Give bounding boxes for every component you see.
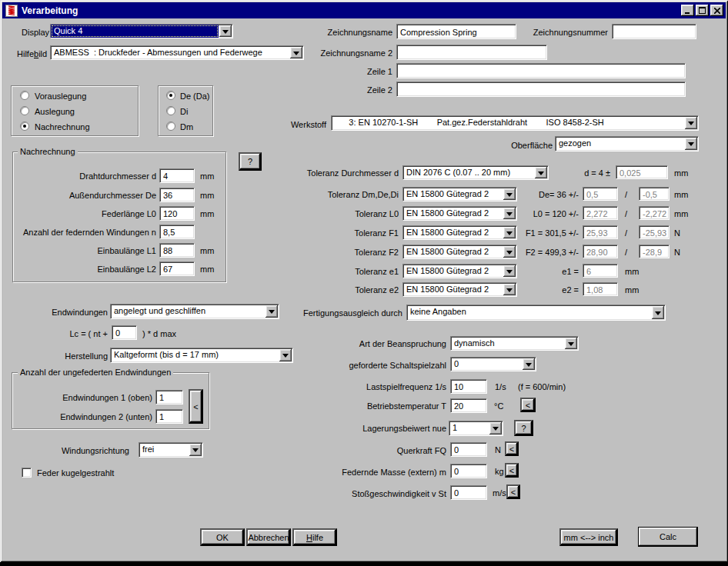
radio-dm[interactable] <box>166 122 175 131</box>
endwindungen-combobox[interactable]: angelegt und geschliffen <box>110 304 279 319</box>
radio-di[interactable] <box>166 106 175 115</box>
chevron-down-icon[interactable] <box>565 338 577 349</box>
stossgeschwindigkeit-label: Stoßgeschwindigkeit v St <box>331 489 446 499</box>
herstellung-combobox[interactable]: Kaltgeformt (bis d = 17 mm) <box>110 348 293 363</box>
toleranz-e2-combobox[interactable]: EN 15800 Gütegrad 2 <box>402 282 517 297</box>
radio-nachrechnung[interactable] <box>20 122 29 131</box>
stossgeschwindigkeit-detail-button[interactable]: < <box>506 484 520 499</box>
chevron-down-icon[interactable] <box>279 349 292 361</box>
oberflaeche-value: gezogen <box>556 137 684 151</box>
stossgeschwindigkeit-field[interactable] <box>450 485 487 500</box>
lastspielfrequenz-field[interactable] <box>450 379 487 394</box>
werkstoff-combobox[interactable]: 3: EN 10270-1-SH Pat.gez.Federstahldraht… <box>331 115 699 131</box>
zeichnungsname-field[interactable] <box>396 24 516 39</box>
zeichnungsname2-field[interactable] <box>396 45 547 60</box>
fertigungsausgleich-combobox[interactable]: keine Angaben <box>406 305 666 321</box>
schaltspielzahl-combobox[interactable]: 0 <box>450 357 536 371</box>
einbaulaenge1-field[interactable] <box>159 243 195 258</box>
toleranz-dm-minus-field <box>639 187 670 201</box>
federlaenge-field[interactable] <box>159 206 195 221</box>
radio-de-da[interactable] <box>166 91 175 100</box>
cancel-button[interactable]: Abbrechen <box>246 528 291 546</box>
hilfe-button[interactable]: Hilfe <box>292 528 337 546</box>
chevron-down-icon[interactable] <box>685 138 697 150</box>
toleranz-f1-plus-field <box>583 225 618 239</box>
toleranz-d-prefix: d = 4 ± <box>539 168 610 178</box>
toleranz-d-combobox[interactable]: DIN 2076 C (0.07 .. 20 mm) <box>402 165 549 180</box>
einbaulaenge2-field[interactable] <box>159 261 195 276</box>
lagerungsbeiwert-label: Lagerungsbeiwert nue <box>331 424 446 434</box>
masse-field[interactable] <box>450 464 487 478</box>
close-icon[interactable] <box>710 5 723 16</box>
display-label: Display <box>22 28 49 38</box>
radio-auslegung[interactable] <box>20 106 29 115</box>
lastspielfrequenz-unit: 1/s <box>495 382 506 392</box>
radio-nachrechnung-label: Nachrechnung <box>35 122 90 132</box>
toleranz-e2-prefix: e2 = <box>508 285 579 295</box>
aussendurchmesser-label: Außendurchmesser De <box>18 191 156 201</box>
hilfebild-value: ABMESS : Druckfeder - Abmessungen und Fe… <box>51 46 289 59</box>
zeile2-label: Zeile 2 <box>323 85 392 95</box>
minimize-icon[interactable] <box>681 5 694 16</box>
hilfebild-combobox[interactable]: ABMESS : Druckfeder - Abmessungen und Fe… <box>50 45 304 60</box>
display-combobox[interactable]: Quick 4 <box>50 24 233 38</box>
endwindungen-group-title: Anzahl der ungefederten Endwindungen <box>18 368 173 378</box>
endwindungen2-field[interactable] <box>155 409 183 424</box>
toleranz-e2-field <box>583 282 618 296</box>
kugelgestrahlt-label: Feder kugelgestrahlt <box>37 468 114 478</box>
beanspruchung-label: Art der Beanspruchung <box>331 339 446 349</box>
toleranz-l0-label: Toleranz L0 <box>292 209 399 219</box>
windungsrichtung-combobox[interactable]: frei <box>139 442 203 458</box>
masse-label: Federnde Masse (extern) m <box>331 468 446 478</box>
querkraft-detail-button[interactable]: < <box>505 441 519 456</box>
zeile1-field[interactable] <box>396 63 686 78</box>
betriebstemperatur-label: Betriebstemperatur T <box>331 401 446 411</box>
masse-detail-button[interactable]: < <box>505 463 519 478</box>
endwindungen-copy-button[interactable]: < <box>189 389 203 424</box>
einbaulaenge1-unit: mm <box>200 246 214 256</box>
zeile2-field[interactable] <box>396 82 686 97</box>
lagerungsbeiwert-combobox[interactable]: 1 <box>449 421 503 436</box>
chevron-down-icon[interactable] <box>189 444 202 456</box>
querkraft-field[interactable] <box>450 442 487 457</box>
lc-field[interactable] <box>112 325 137 340</box>
chevron-down-icon[interactable] <box>265 305 278 318</box>
toleranz-d-unit: mm <box>674 168 688 178</box>
federlaenge-unit: mm <box>200 209 214 219</box>
toleranz-d-plus-field <box>616 165 668 179</box>
toleranz-f1-prefix: F1 = 301,5 +/- <box>493 228 579 238</box>
aussendurchmesser-field[interactable] <box>159 188 195 202</box>
maximize-icon[interactable] <box>696 5 709 16</box>
windungen-label: Anzahl der federnden Windungen n <box>18 228 156 238</box>
chevron-down-icon[interactable] <box>219 25 232 37</box>
lagerungsbeiwert-help-button[interactable]: ? <box>514 420 533 436</box>
betriebstemperatur-field[interactable] <box>450 398 487 413</box>
ok-button[interactable]: OK <box>200 528 245 546</box>
chevron-down-icon[interactable] <box>523 358 535 370</box>
mm-inch-toggle-button[interactable]: mm <--> inch <box>559 528 618 546</box>
slash-separator: / <box>625 228 627 238</box>
windungen-field[interactable] <box>159 225 195 239</box>
chevron-down-icon[interactable] <box>652 306 664 319</box>
chevron-down-icon[interactable] <box>489 422 502 434</box>
radio-auslegung-label: Auslegung <box>35 107 75 117</box>
toleranz-e2-label: Toleranz e2 <box>292 285 399 295</box>
oberflaeche-combobox[interactable]: gezogen <box>555 136 699 151</box>
zeile1-label: Zeile 1 <box>323 67 392 77</box>
radio-di-label: Di <box>180 107 188 117</box>
help-button[interactable]: ? <box>239 152 262 171</box>
einbaulaenge2-label: Einbaulänge L2 <box>18 265 156 275</box>
chevron-down-icon[interactable] <box>685 117 697 129</box>
toleranz-e1-combobox[interactable]: EN 15800 Gütegrad 2 <box>402 264 517 278</box>
betriebstemperatur-detail-button[interactable]: < <box>520 398 536 412</box>
endwindungen1-field[interactable] <box>155 390 183 405</box>
beanspruchung-combobox[interactable]: dynamisch <box>450 336 579 351</box>
toleranz-f2-prefix: F2 = 499,3 +/- <box>493 248 579 258</box>
masse-unit: kg <box>495 467 504 477</box>
drahtdurchmesser-field[interactable] <box>159 168 195 183</box>
schaltspielzahl-label: geforderte Schaltspielzahl <box>331 361 446 371</box>
zeichnungsnummer-field[interactable] <box>612 24 696 39</box>
calc-button[interactable]: Calc <box>638 527 698 547</box>
kugelgestrahlt-checkbox[interactable] <box>22 468 32 478</box>
radio-vorauslegung[interactable] <box>20 91 29 100</box>
